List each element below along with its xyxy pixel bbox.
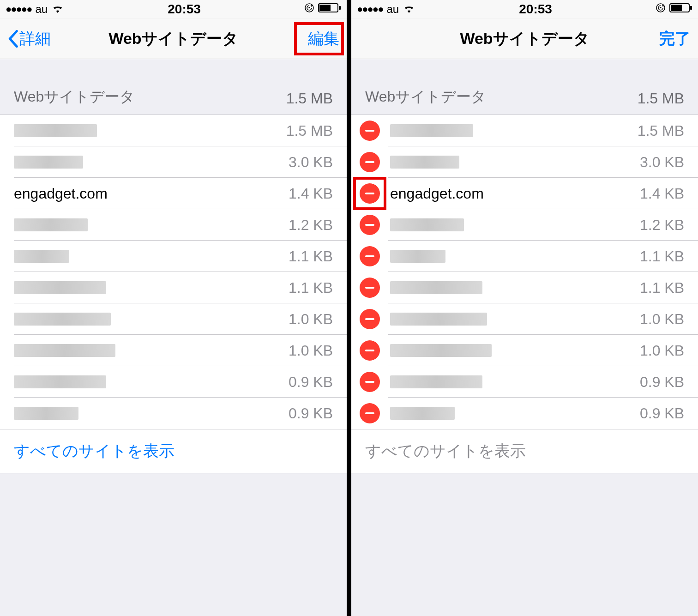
- site-domain: [390, 218, 640, 231]
- site-domain: [14, 250, 289, 263]
- show-all-sites-disabled: すべてのサイトを表示: [351, 429, 698, 473]
- site-size: 1.0 KB: [640, 311, 684, 328]
- site-domain: [390, 344, 640, 357]
- battery-icon: [318, 3, 341, 16]
- list-item: 1.1 KB: [351, 272, 698, 303]
- delete-button[interactable]: [360, 215, 380, 235]
- svg-rect-3: [319, 5, 331, 11]
- back-button[interactable]: 詳細: [7, 28, 51, 49]
- site-size: 1.2 KB: [640, 217, 684, 234]
- site-size: 1.0 KB: [289, 311, 333, 328]
- show-all-sites[interactable]: すべてのサイトを表示: [0, 429, 347, 473]
- list-item[interactable]: 1.2 KB: [0, 209, 347, 241]
- list-item: 1.2 KB: [351, 209, 698, 241]
- redacted-text: [14, 156, 83, 169]
- delete-button[interactable]: [360, 403, 380, 423]
- screen-left: ●●●●● au 20:53 詳細 Webサイトデータ 編集 Webサイトデータ…: [0, 0, 347, 616]
- site-size: 1.1 KB: [289, 279, 333, 296]
- site-domain: [390, 407, 640, 420]
- list-item[interactable]: 1.0 KB: [0, 335, 347, 366]
- redacted-text: [390, 344, 492, 357]
- back-label: 詳細: [19, 28, 51, 49]
- redacted-text: [390, 124, 473, 137]
- redacted-text: [390, 407, 455, 420]
- rotation-lock-icon: [656, 3, 666, 16]
- delete-button[interactable]: [360, 340, 380, 361]
- nav-bar: Webサイトデータ 完了: [351, 18, 698, 59]
- nav-bar: 詳細 Webサイトデータ 編集: [0, 18, 347, 59]
- site-size: 1.5 MB: [286, 122, 333, 139]
- delete-button[interactable]: [360, 152, 380, 172]
- signal-dots: ●●●●●: [6, 3, 31, 15]
- site-size: 1.1 KB: [640, 279, 684, 296]
- site-size: 0.9 KB: [640, 374, 684, 391]
- site-size: 0.9 KB: [289, 405, 333, 422]
- site-size: 1.5 MB: [638, 122, 684, 139]
- delete-button[interactable]: [360, 309, 380, 329]
- delete-button[interactable]: [360, 372, 380, 392]
- redacted-text: [14, 313, 111, 326]
- section-label: Webサイトデータ: [14, 87, 135, 107]
- list-item[interactable]: 1.0 KB: [0, 303, 347, 335]
- site-size: 1.4 KB: [640, 185, 684, 202]
- edit-button[interactable]: 編集: [308, 28, 339, 49]
- section-label: Webサイトデータ: [365, 87, 486, 107]
- list-item[interactable]: engadget.com1.4 KB: [0, 178, 347, 209]
- list-item[interactable]: 3.0 KB: [0, 146, 347, 178]
- delete-button[interactable]: [360, 246, 380, 266]
- site-size: 1.4 KB: [289, 185, 333, 202]
- redacted-text: [14, 375, 106, 388]
- section-total: 1.5 MB: [638, 90, 684, 107]
- list-item: 3.0 KB: [351, 146, 698, 178]
- redacted-text: [390, 156, 459, 169]
- site-size: 1.0 KB: [289, 342, 333, 359]
- site-size: 3.0 KB: [289, 154, 333, 171]
- list-item: 0.9 KB: [351, 366, 698, 398]
- list-item[interactable]: 1.5 MB: [0, 115, 347, 146]
- redacted-text: [14, 250, 69, 263]
- redacted-text: [14, 218, 88, 231]
- status-bar: ●●●●● au 20:53: [0, 0, 347, 18]
- done-button[interactable]: 完了: [659, 28, 691, 49]
- site-domain: [14, 124, 286, 137]
- site-domain: [14, 375, 289, 388]
- site-size: 0.9 KB: [640, 405, 684, 422]
- list-item: 1.1 KB: [351, 241, 698, 272]
- status-bar: ●●●●● au 20:53: [351, 0, 698, 18]
- site-size: 1.1 KB: [640, 248, 684, 265]
- signal-dots: ●●●●●: [357, 3, 383, 15]
- site-domain: engadget.com: [390, 185, 640, 202]
- redacted-text: [14, 124, 97, 137]
- redacted-text: [14, 344, 115, 357]
- redacted-text: [390, 281, 482, 294]
- delete-button[interactable]: [360, 121, 380, 141]
- site-domain: [14, 218, 289, 231]
- site-domain: [14, 313, 289, 326]
- list-item[interactable]: 0.9 KB: [0, 366, 347, 398]
- site-domain: [390, 281, 640, 294]
- site-domain: [14, 156, 289, 169]
- site-size: 3.0 KB: [640, 154, 684, 171]
- list-item: engadget.com1.4 KB: [351, 178, 698, 209]
- section-header: Webサイトデータ 1.5 MB: [351, 59, 698, 115]
- svg-rect-6: [660, 7, 662, 8]
- delete-button[interactable]: [360, 278, 380, 298]
- list-item[interactable]: 1.1 KB: [0, 272, 347, 303]
- redacted-text: [390, 250, 445, 263]
- svg-rect-8: [671, 5, 682, 11]
- svg-rect-9: [690, 6, 692, 10]
- website-list: 1.5 MB3.0 KBengadget.com1.4 KB1.2 KB1.1 …: [0, 115, 347, 429]
- list-item: 1.0 KB: [351, 335, 698, 366]
- redacted-text: [390, 375, 482, 388]
- delete-button[interactable]: [360, 183, 380, 204]
- website-list-edit: 1.5 MB3.0 KBengadget.com1.4 KB1.2 KB1.1 …: [351, 115, 698, 429]
- carrier-label: au: [386, 3, 399, 16]
- list-item: 1.0 KB: [351, 303, 698, 335]
- site-domain: [390, 156, 640, 169]
- redacted-text: [390, 313, 487, 326]
- site-domain: engadget.com: [14, 185, 289, 202]
- site-size: 0.9 KB: [289, 374, 333, 391]
- list-item[interactable]: 1.1 KB: [0, 241, 347, 272]
- status-time: 20:53: [168, 2, 201, 17]
- list-item[interactable]: 0.9 KB: [0, 398, 347, 429]
